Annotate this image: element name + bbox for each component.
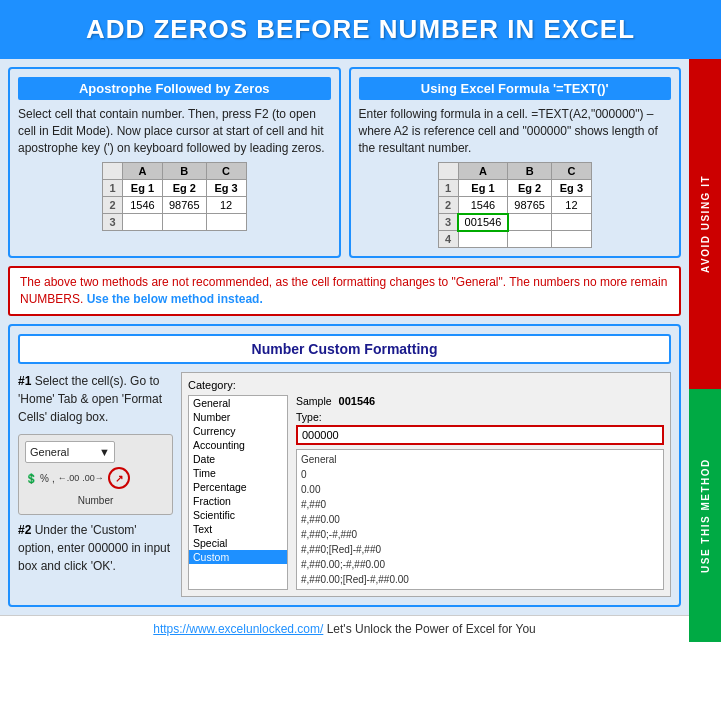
table-row: 1 Eg 1 Eg 2 Eg 3 xyxy=(438,180,591,197)
bottom-dialog: Category: General Number Currency Accoun… xyxy=(181,372,671,597)
side-tabs: AVOID USING IT USE THIS METHOD xyxy=(689,59,721,642)
side-tab-avoid: AVOID USING IT xyxy=(689,59,721,389)
right-table-col-c: C xyxy=(551,163,591,180)
type-option-0.00[interactable]: 0.00 xyxy=(301,482,659,497)
dialog-right: Sample 001546 Type: 000000 General 0 xyxy=(296,395,664,590)
left-table-col-c: C xyxy=(206,163,246,180)
header-title: ADD ZEROS BEFORE NUMBER IN EXCEL xyxy=(86,14,635,44)
bottom-left: #1 Select the cell(s). Go to 'Home' Tab … xyxy=(18,372,173,576)
type-option-0[interactable]: 0 xyxy=(301,467,659,482)
bottom-content: #1 Select the cell(s). Go to 'Home' Tab … xyxy=(18,372,671,597)
cat-general[interactable]: General xyxy=(189,396,287,410)
format-icons: 💲 % , ←.00 .00→ xyxy=(25,471,104,486)
type-option-neg[interactable]: #,##0;-#,##0 xyxy=(301,527,659,542)
cat-accounting[interactable]: Accounting xyxy=(189,438,287,452)
type-option-hash0.00[interactable]: #,##0.00 xyxy=(301,512,659,527)
top-panels: Apostrophe Followed by Zeros Select cell… xyxy=(8,67,681,258)
right-table-col-a: A xyxy=(458,163,508,180)
table-row: 3 001546 xyxy=(438,214,591,231)
dialog-sample: Sample 001546 xyxy=(296,395,664,407)
footer-link[interactable]: https://www.excelunlocked.com/ xyxy=(153,622,323,636)
left-panel-title: Apostrophe Followed by Zeros xyxy=(18,77,331,100)
right-panel-title: Using Excel Formula '=TEXT()' xyxy=(359,77,672,100)
table-row: 2 1546 98765 12 xyxy=(102,197,246,214)
cat-currency[interactable]: Currency xyxy=(189,424,287,438)
footer-tagline: Let's Unlock the Power of Excel for You xyxy=(323,622,535,636)
sample-value: 001546 xyxy=(339,395,376,407)
page-container: ADD ZEROS BEFORE NUMBER IN EXCEL Apostro… xyxy=(0,0,721,642)
right-panel: Using Excel Formula '=TEXT()' Enter foll… xyxy=(349,67,682,258)
cat-custom[interactable]: Custom xyxy=(189,550,287,564)
type-options-list: General 0 0.00 #,##0 #,##0.00 #,##0;-#,#… xyxy=(296,449,664,590)
left-excel-table: A B C 1 Eg 1 Eg 2 Eg 3 xyxy=(102,162,247,231)
type-option-neg2[interactable]: #,##0.00;-#,##0.00 xyxy=(301,557,659,572)
left-panel: Apostrophe Followed by Zeros Select cell… xyxy=(8,67,341,258)
category-list: General Number Currency Accounting Date … xyxy=(188,395,288,590)
dropdown-text: General xyxy=(30,444,69,461)
format-icons-row: 💲 % , ←.00 .00→ ↗ xyxy=(25,467,166,489)
type-option-red[interactable]: #,##0;[Red]-#,##0 xyxy=(301,542,659,557)
cat-time[interactable]: Time xyxy=(189,466,287,480)
type-option-general[interactable]: General xyxy=(301,452,659,467)
percent-icon: % xyxy=(40,471,49,486)
outer-wrapper: Apostrophe Followed by Zeros Select cell… xyxy=(0,59,721,642)
decrease-decimal-icon: ←.00 xyxy=(58,472,80,486)
format-cells-box: General ▼ 💲 % , ←.00 xyxy=(18,434,173,516)
page-header: ADD ZEROS BEFORE NUMBER IN EXCEL xyxy=(0,0,721,59)
sample-label: Sample xyxy=(296,395,332,407)
currency-icon: 💲 xyxy=(25,471,37,486)
left-panel-text: Select cell that contain number. Then, p… xyxy=(18,106,331,156)
table-row: 3 xyxy=(102,214,246,231)
type-label: Type: xyxy=(296,411,664,423)
type-option-hash0[interactable]: #,##0 xyxy=(301,497,659,512)
cat-fraction[interactable]: Fraction xyxy=(189,494,287,508)
type-option-red2[interactable]: #,##0.00;[Red]-#,##0.00 xyxy=(301,572,659,587)
step1-text: #1 Select the cell(s). Go to 'Home' Tab … xyxy=(18,372,173,426)
left-table-corner xyxy=(102,163,122,180)
comma-icon: , xyxy=(52,471,55,486)
right-table-col-b: B xyxy=(508,163,552,180)
table-row: 4 xyxy=(438,231,591,248)
step2-text: #2 Under the 'Custom' option, enter 0000… xyxy=(18,521,173,575)
right-panel-text: Enter following formula in a cell. =TEXT… xyxy=(359,106,672,156)
category-label: Category: xyxy=(188,379,664,391)
right-excel-table: A B C 1 Eg 1 Eg 2 Eg 3 xyxy=(438,162,592,248)
format-cell-arrow-icon: ↗ xyxy=(108,467,130,489)
footer: https://www.excelunlocked.com/ Let's Unl… xyxy=(0,615,689,642)
format-dropdown: General ▼ xyxy=(25,441,115,464)
side-tab-use: USE THIS METHOD xyxy=(689,389,721,642)
cat-text[interactable]: Text xyxy=(189,522,287,536)
content-area: Apostrophe Followed by Zeros Select cell… xyxy=(0,59,721,642)
bottom-title: Number Custom Formatting xyxy=(18,334,671,364)
cat-scientific[interactable]: Scientific xyxy=(189,508,287,522)
main-content: Apostrophe Followed by Zeros Select cell… xyxy=(0,59,689,615)
type-input[interactable]: 000000 xyxy=(296,425,664,445)
left-table-col-b: B xyxy=(162,163,206,180)
table-row: 1 Eg 1 Eg 2 Eg 3 xyxy=(102,180,246,197)
warning-text2: Use the below method instead. xyxy=(87,292,263,306)
increase-decimal-icon: .00→ xyxy=(82,472,104,486)
dropdown-arrow-icon: ▼ xyxy=(99,444,110,461)
cat-special[interactable]: Special xyxy=(189,536,287,550)
cat-number[interactable]: Number xyxy=(189,410,287,424)
format-row: General ▼ xyxy=(25,441,166,464)
cat-percentage[interactable]: Percentage xyxy=(189,480,287,494)
cat-date[interactable]: Date xyxy=(189,452,287,466)
dialog-box: Category: General Number Currency Accoun… xyxy=(181,372,671,597)
format-label: Number xyxy=(25,493,166,508)
table-row: 2 1546 98765 12 xyxy=(438,197,591,214)
bottom-section: Number Custom Formatting #1 Select the c… xyxy=(8,324,681,607)
dialog-row: General Number Currency Accounting Date … xyxy=(188,395,664,590)
left-table-col-a: A xyxy=(122,163,162,180)
warning-bar: The above two methods are not recommende… xyxy=(8,266,681,316)
